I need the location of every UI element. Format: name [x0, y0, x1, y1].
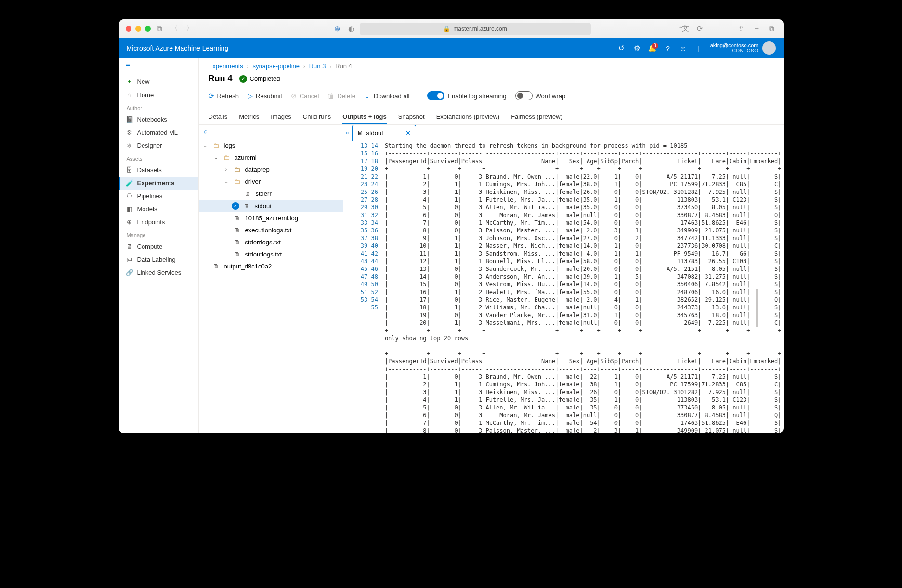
sidebar-toggle-icon[interactable]: ⧉ [155, 25, 165, 33]
tree-node-logs[interactable]: ⌄🗀logs [199, 140, 343, 152]
endpoints-icon: ⊕ [126, 218, 133, 226]
share-icon[interactable]: ⇪ [736, 25, 747, 33]
translate-icon[interactable]: ᴬ文 [677, 24, 692, 33]
tab-images[interactable]: Images [271, 110, 291, 124]
log-tab-stdout[interactable]: 🗎 stdout ✕ [352, 125, 416, 141]
nav-item-datasets[interactable]: 🗄Datasets [119, 164, 198, 177]
nav-item-automated-ml[interactable]: ⚙Automated ML [119, 126, 198, 139]
folder-icon: 🗀 [212, 142, 220, 149]
chevron-right-icon[interactable]: › [223, 167, 230, 172]
cancel-button: ⊘Cancel [291, 92, 319, 100]
tree-node-stderrlogs-txt[interactable]: 🗎stderrlogs.txt [199, 236, 343, 248]
tab-explanations-preview-[interactable]: Explanations (preview) [436, 110, 500, 124]
user-org: CONTOSO [710, 48, 758, 54]
azure-header: Microsoft Azure Machine Learning ↺ ⚙ 🔔3 … [119, 38, 784, 58]
nav-item-models[interactable]: ◧Models [119, 203, 198, 216]
tree-node-10185-azureml-log[interactable]: 🗎10185_azureml.log [199, 212, 343, 224]
nav-item-endpoints[interactable]: ⊕Endpoints [119, 216, 198, 229]
tree-node-driver[interactable]: ⌄🗀driver [199, 176, 343, 188]
settings-icon[interactable]: ⚙ [629, 44, 645, 52]
chevron-right-icon: › [247, 64, 249, 69]
tree-node-dataprep[interactable]: ›🗀dataprep [199, 164, 343, 176]
tab-fairness-preview-[interactable]: Fairness (preview) [511, 110, 562, 124]
divider: | [691, 44, 706, 52]
tab-child-runs[interactable]: Child runs [303, 110, 331, 124]
new-tab-icon[interactable]: ＋ [751, 24, 763, 33]
scrollbar-thumb[interactable] [756, 289, 758, 327]
nav-item-notebooks[interactable]: 📓Notebooks [119, 113, 198, 126]
resubmit-button[interactable]: ▷Resubmit [248, 92, 282, 100]
nav-section-manage: Manage [119, 229, 198, 240]
datasets-icon: 🗄 [126, 166, 133, 174]
hamburger-icon[interactable]: ≡ [119, 58, 198, 74]
chevron-right-icon: › [303, 64, 305, 69]
nav-item-data-labeling[interactable]: 🏷Data Labeling [119, 253, 198, 266]
collapse-tree-icon[interactable]: « [343, 125, 352, 433]
tree-node-stderr[interactable]: 🗎stderr [199, 188, 343, 200]
refresh-button[interactable]: ⟳Refresh [209, 92, 239, 100]
check-icon: ✓ [239, 75, 247, 83]
file-icon: 🗎 [234, 239, 241, 246]
shield-icon[interactable]: ◐ [346, 25, 357, 33]
file-icon: 🗎 [243, 203, 251, 210]
nav-item-designer[interactable]: ⚛Designer [119, 139, 198, 152]
reload-icon[interactable]: ⟳ [694, 25, 706, 33]
chevron-right-icon: › [329, 64, 331, 69]
tab-metrics[interactable]: Metrics [239, 110, 259, 124]
tabs-overview-icon[interactable]: ⧉ [767, 25, 777, 33]
help-icon[interactable]: ? [660, 44, 676, 52]
close-tab-icon[interactable]: ✕ [405, 129, 411, 137]
breadcrumb-experiments[interactable]: Experiments [209, 63, 243, 70]
breadcrumb-run-4: Run 4 [335, 63, 352, 70]
file-icon: 🗎 [357, 129, 364, 137]
tree-node-stdoutlogs-txt[interactable]: 🗎stdoutlogs.txt [199, 248, 343, 260]
breadcrumb: Experiments›synapse-pipeline›Run 3›Run 4 [199, 58, 784, 73]
nav-item-pipelines[interactable]: ⎔Pipelines [119, 190, 198, 203]
tree-search-icon[interactable]: ⌕ [199, 125, 343, 138]
left-nav: ≡ ＋New⌂Home Author📓Notebooks⚙Automated M… [119, 58, 199, 433]
nav-item-new[interactable]: ＋New [119, 74, 198, 89]
chevron-down-icon[interactable]: ⌄ [212, 155, 219, 160]
word-wrap-toggle[interactable]: Word wrap [515, 91, 566, 100]
compute-icon: 🖥 [126, 243, 133, 250]
tab-outputs-logs[interactable]: Outputs + logs [342, 110, 386, 124]
pipelines-icon: ⎔ [126, 192, 133, 200]
folder-icon: 🗀 [234, 178, 241, 185]
avatar[interactable] [762, 41, 776, 55]
nav-forward-icon[interactable]: 〉 [184, 24, 196, 34]
file-icon: 🗎 [234, 251, 241, 258]
file-icon: 🗎 [244, 190, 252, 197]
url-bar[interactable]: 🔒 master.ml.azure.com [360, 23, 591, 35]
tree-node-azureml[interactable]: ⌄🗀azureml [199, 152, 343, 164]
models-icon: ◧ [126, 205, 133, 213]
tab-bar: DetailsMetricsImagesChild runsOutputs + … [199, 106, 784, 124]
nav-item-linked-services[interactable]: 🔗Linked Services [119, 266, 198, 279]
chevron-down-icon[interactable]: ⌄ [223, 179, 230, 184]
tab-details[interactable]: Details [209, 110, 228, 124]
breadcrumb-run-3[interactable]: Run 3 [309, 63, 326, 70]
minimize-window-icon[interactable] [135, 26, 141, 32]
privacy-icon[interactable]: ⊛ [332, 25, 343, 33]
history-icon[interactable]: ↺ [614, 44, 629, 52]
main-content: Experiments›synapse-pipeline›Run 3›Run 4… [199, 58, 784, 433]
nav-back-icon[interactable]: 〈 [169, 24, 180, 34]
nav-item-experiments[interactable]: 🧪Experiments [119, 177, 198, 190]
tree-node-output-d8c1c0a2[interactable]: 🗎output_d8c1c0a2 [199, 260, 343, 272]
trash-icon: 🗑 [327, 92, 334, 100]
download-all-button[interactable]: ⭳Download all [364, 92, 409, 100]
nav-item-home[interactable]: ⌂Home [119, 89, 198, 102]
user-account[interactable]: aking@contoso.com CONTOSO [710, 42, 758, 54]
chevron-down-icon[interactable]: ⌄ [202, 143, 209, 148]
tree-node-stdout[interactable]: ✓🗎stdout [199, 200, 343, 212]
feedback-icon[interactable]: ☺ [676, 44, 691, 52]
tree-node-executionlogs-txt[interactable]: 🗎executionlogs.txt [199, 224, 343, 236]
log-streaming-toggle[interactable]: Enable log streaming [427, 91, 506, 100]
breadcrumb-synapse-pipeline[interactable]: synapse-pipeline [252, 63, 300, 70]
nav-item-compute[interactable]: 🖥Compute [119, 240, 198, 253]
log-body[interactable]: 13 14 15 16 17 18 19 20 21 22 23 24 25 2… [352, 141, 784, 433]
tab-snapshot[interactable]: Snapshot [398, 110, 425, 124]
cancel-icon: ⊘ [291, 92, 297, 100]
notifications-icon[interactable]: 🔔3 [645, 44, 660, 52]
close-window-icon[interactable] [126, 26, 131, 32]
maximize-window-icon[interactable] [145, 26, 151, 32]
